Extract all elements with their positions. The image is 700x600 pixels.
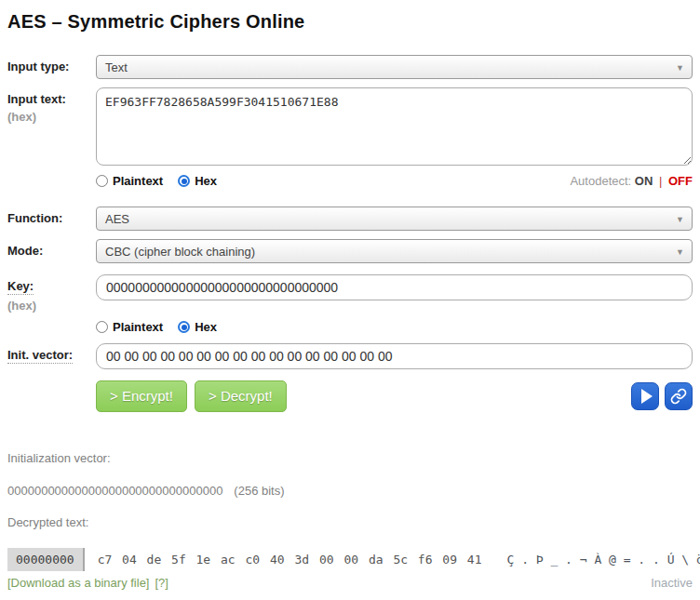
download-binary-link[interactable]: [Download as a binary file] xyxy=(7,576,149,590)
autodetect-label: Autodetect: xyxy=(570,174,631,188)
function-row: Function: AES ▼ xyxy=(7,207,693,231)
output-footer: [Download as a binary file][?] Inactive xyxy=(7,576,693,590)
output-section: Initialization vector: 00000000000000000… xyxy=(7,451,693,590)
iv-bit-length: (256 bits) xyxy=(234,484,284,498)
key-input[interactable] xyxy=(96,274,693,300)
input-hex-radio[interactable] xyxy=(178,175,190,187)
input-text-row: Input text: (hex) EF963FF7828658A599F304… xyxy=(7,87,693,168)
decrypt-button[interactable]: > Decrypt! xyxy=(195,380,287,412)
input-text-hex-sublabel: (hex) xyxy=(7,110,96,124)
input-format-row: Plaintext Hex Autodetect: ON | OFF xyxy=(7,170,693,201)
init-vector-row: Init. vector: xyxy=(7,343,693,369)
input-plaintext-radio-label: Plaintext xyxy=(113,174,163,188)
mode-label: Mode: xyxy=(7,239,96,258)
input-type-row: Input type: Text ▼ xyxy=(7,55,693,79)
key-plaintext-radio-label: Plaintext xyxy=(113,320,163,334)
hexdump-row: 00000000 c7 04 de 5f 1e ac c0 40 3d 00 0… xyxy=(7,548,693,571)
play-icon xyxy=(641,389,653,404)
iv-hex-value: 00000000000000000000000000000000 xyxy=(7,484,222,498)
iv-output-label: Initialization vector: xyxy=(7,451,693,465)
key-hex-radio-label: Hex xyxy=(195,320,217,334)
input-type-label: Input type: xyxy=(7,55,96,73)
encrypt-button[interactable]: > Encrypt! xyxy=(96,380,187,412)
input-text-area[interactable]: EF963FF7828658A599F3041510671E88 xyxy=(96,87,693,166)
hexdump-bytes: c7 04 de 5f 1e ac c0 40 3d 00 00 da 5c f… xyxy=(98,553,482,567)
run-button[interactable] xyxy=(631,382,659,410)
key-format-row: Plaintext Hex xyxy=(7,316,693,341)
chevron-down-icon: ▼ xyxy=(676,63,684,73)
mode-select[interactable]: CBC (cipher block chaining) ▼ xyxy=(96,239,693,263)
chevron-down-icon: ▼ xyxy=(676,247,684,257)
status-text: Inactive xyxy=(651,576,693,590)
decrypted-text-label: Decrypted text: xyxy=(7,515,693,529)
key-hex-radio[interactable] xyxy=(178,321,190,333)
input-hex-radio-label: Hex xyxy=(195,174,217,188)
iv-output-value: 00000000000000000000000000000000(256 bit… xyxy=(7,484,693,498)
actions-row: > Encrypt! > Decrypt! xyxy=(7,369,693,412)
function-label: Function: xyxy=(7,207,96,225)
key-plaintext-radio[interactable] xyxy=(96,321,108,333)
autodetect-separator: | xyxy=(659,174,662,188)
mode-selected-value: CBC (cipher block chaining) xyxy=(105,245,255,259)
function-selected-value: AES xyxy=(105,212,129,226)
help-link[interactable]: [?] xyxy=(155,576,168,590)
aes-tool-page: AES – Symmetric Ciphers Online Input typ… xyxy=(0,0,700,590)
hexdump-offset: 00000000 xyxy=(7,548,85,571)
autodetect-off-option[interactable]: OFF xyxy=(668,174,693,188)
input-plaintext-radio[interactable] xyxy=(96,175,108,187)
key-label: Key: xyxy=(7,279,34,295)
permalink-button[interactable] xyxy=(665,382,693,410)
key-hex-sublabel: (hex) xyxy=(7,299,96,313)
autodetect-toggle: Autodetect: ON | OFF xyxy=(570,174,693,188)
mode-row: Mode: CBC (cipher block chaining) ▼ xyxy=(7,239,693,263)
init-vector-input[interactable] xyxy=(96,343,693,369)
input-type-selected-value: Text xyxy=(105,60,128,74)
chevron-down-icon: ▼ xyxy=(676,215,684,224)
hexdump-ascii: Ç . Þ _ . ¬ À @ = . . Ú \ ö . A xyxy=(506,553,700,567)
autodetect-on-option[interactable]: ON xyxy=(635,174,653,188)
input-type-select[interactable]: Text ▼ xyxy=(96,55,693,79)
input-text-label: Input text: xyxy=(7,92,96,106)
key-row: Key: (hex) xyxy=(7,274,693,313)
function-select[interactable]: AES ▼ xyxy=(96,207,693,231)
page-title: AES – Symmetric Ciphers Online xyxy=(7,11,693,33)
link-icon xyxy=(670,388,687,405)
init-vector-label: Init. vector: xyxy=(7,348,73,364)
